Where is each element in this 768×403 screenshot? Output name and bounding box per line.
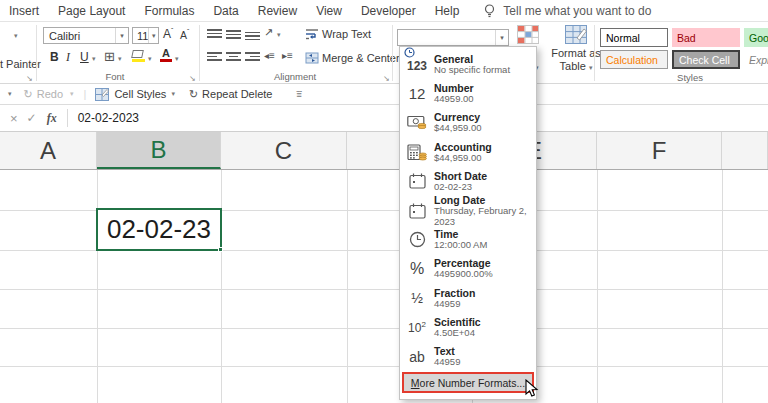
cancel-button[interactable]: × xyxy=(10,111,18,126)
italic-button[interactable]: I xyxy=(66,50,70,65)
gridline xyxy=(221,170,222,403)
undo-chevron[interactable]: ▾ xyxy=(8,90,12,98)
bold-button[interactable]: B xyxy=(50,50,59,64)
tell-me-box[interactable]: Tell me what you want to do xyxy=(484,4,651,18)
text-icon: ab xyxy=(400,349,434,365)
format-as-table-icon[interactable] xyxy=(565,25,587,44)
paste-dropdown-chevron[interactable]: ▾ xyxy=(14,32,18,40)
orientation-chevron[interactable]: ▾ xyxy=(277,31,281,39)
dropdown-item-fraction[interactable]: ½Fraction44959 xyxy=(400,284,536,313)
wrap-text-button[interactable]: Wrap Text xyxy=(305,28,371,40)
dropdown-item-scientific[interactable]: 102Scientific4.50E+04 xyxy=(400,313,536,342)
dropdown-item-sample: Thursday, February 2, 2023 xyxy=(434,206,536,228)
repeat-delete-button[interactable]: Repeat Delete xyxy=(202,88,272,100)
clipboard-dialog-launcher-icon[interactable]: ↘ xyxy=(26,74,33,83)
selected-cell[interactable]: 02-02-23 xyxy=(96,208,222,251)
alignment-group-label: Alignment xyxy=(260,71,330,82)
style-chip-check-cell[interactable]: Check Cell xyxy=(672,50,740,69)
dropdown-item-number[interactable]: 12Number44959.00 xyxy=(400,79,536,108)
fill-handle[interactable] xyxy=(218,247,223,252)
font-dialog-launcher-icon[interactable]: ↘ xyxy=(189,74,196,83)
style-chip-normal[interactable]: Normal xyxy=(600,28,668,47)
formula-bar-value[interactable]: 02-02-2023 xyxy=(78,111,139,125)
dropdown-item-short-date[interactable]: Short Date02-02-23 xyxy=(400,167,536,196)
dropdown-item-currency[interactable]: Currency$44,959.00 xyxy=(400,108,536,137)
font-name-combo[interactable]: Calibri ▾ xyxy=(43,27,129,44)
shrink-font-button[interactable]: Aˇ xyxy=(180,28,189,41)
orientation-button[interactable]: ↗ xyxy=(264,26,273,39)
scientific-icon: 102 xyxy=(400,320,434,335)
dropdown-item-sample: 4495900.00% xyxy=(434,269,493,280)
enter-button[interactable]: ✓ xyxy=(27,111,37,125)
dropdown-item-accounting[interactable]: Accounting$44,959.00 xyxy=(400,138,536,167)
accounting-icon xyxy=(400,144,434,161)
tab-help[interactable]: Help xyxy=(435,4,460,18)
borders-button[interactable]: ⊞ xyxy=(104,49,115,64)
more-number-formats-button[interactable]: More Number Formats... xyxy=(402,372,534,393)
align-top-button[interactable] xyxy=(207,29,222,40)
tab-view[interactable]: View xyxy=(316,4,342,18)
merge-center-button[interactable]: Merge & Center ▾ xyxy=(305,52,406,64)
format-painter-button[interactable]: t Painter xyxy=(0,58,41,70)
grow-font-button[interactable]: Aˆ xyxy=(163,27,173,41)
group-separator xyxy=(594,25,595,81)
currency-icon xyxy=(400,115,434,130)
align-middle-button[interactable] xyxy=(226,29,241,40)
insert-function-button[interactable]: fx xyxy=(47,111,57,126)
style-chip-bad[interactable]: Bad xyxy=(672,28,740,47)
gridline xyxy=(0,289,768,290)
font-color-button[interactable]: A xyxy=(160,48,172,62)
dropdown-item-sample: No specific format xyxy=(434,65,510,76)
style-chip-good[interactable]: Good xyxy=(744,28,768,47)
increase-indent-button[interactable]: ▸≡ xyxy=(282,50,293,61)
number-format-combo[interactable]: ▾ xyxy=(397,29,509,46)
font-size-combo[interactable]: 11 ▾ xyxy=(132,27,159,44)
align-center-button[interactable] xyxy=(226,52,241,63)
formula-bar: × ✓ fx 02-02-2023 xyxy=(0,105,768,132)
style-chip-explanatory[interactable]: Explanatory xyxy=(744,50,768,69)
cell-styles-icon[interactable] xyxy=(95,88,109,101)
tab-page-layout[interactable]: Page Layout xyxy=(58,4,125,18)
column-header-a[interactable]: A xyxy=(0,132,97,169)
conditional-formatting-icon[interactable] xyxy=(517,25,539,44)
dropdown-item-text[interactable]: abText44959 xyxy=(400,342,536,371)
tab-review[interactable]: Review xyxy=(258,4,297,18)
tab-insert[interactable]: Insert xyxy=(9,4,39,18)
dropdown-item-sample: 4.50E+04 xyxy=(434,328,481,339)
chevron-down-icon: ▾ xyxy=(115,28,128,43)
dropdown-item-title: Fraction xyxy=(434,287,475,299)
decrease-indent-button[interactable]: ◂≡ xyxy=(264,50,275,61)
tab-data[interactable]: Data xyxy=(213,4,238,18)
dropdown-item-long-date[interactable]: Long DateThursday, February 2, 2023 xyxy=(400,196,536,225)
fill-color-chevron[interactable]: ▾ xyxy=(148,55,152,63)
cell-styles-button[interactable]: Cell Styles xyxy=(114,88,166,100)
cell-styles-chevron[interactable]: ▾ xyxy=(171,90,175,98)
wrap-text-icon xyxy=(305,28,319,40)
fill-color-button[interactable] xyxy=(132,50,145,62)
align-left-button[interactable] xyxy=(207,52,222,63)
borders-chevron[interactable]: ▾ xyxy=(118,55,122,63)
dropdown-item-percentage[interactable]: %Percentage4495900.00% xyxy=(400,254,536,283)
repeat-icon[interactable]: ↻ xyxy=(189,88,198,101)
underline-button[interactable]: U xyxy=(80,50,89,64)
column-header-c[interactable]: C xyxy=(221,132,347,169)
dropdown-item-general[interactable]: 123GeneralNo specific format xyxy=(400,50,536,79)
font-size-value: 11 xyxy=(137,30,148,42)
toolbar-overflow-icon[interactable]: ⩸ xyxy=(296,89,301,100)
tab-formulas[interactable]: Formulas xyxy=(144,4,194,18)
dropdown-item-sample: 44959 xyxy=(434,357,460,368)
redo-icon[interactable]: ↻ xyxy=(24,88,33,101)
alignment-dialog-launcher-icon[interactable]: ↘ xyxy=(383,74,390,83)
column-header-f[interactable]: F xyxy=(597,132,722,169)
font-color-chevron[interactable]: ▾ xyxy=(175,55,179,63)
align-bottom-button[interactable] xyxy=(245,29,260,40)
underline-chevron[interactable]: ▾ xyxy=(92,55,96,63)
column-header-g[interactable] xyxy=(722,132,768,169)
style-chip-calculation[interactable]: Calculation xyxy=(600,50,668,69)
worksheet-grid[interactable]: A B C E F 02-02-23 xyxy=(0,132,768,403)
align-right-button[interactable] xyxy=(245,52,260,63)
redo-button[interactable]: Redo xyxy=(37,88,63,100)
dropdown-item-time[interactable]: Time12:00:00 AM xyxy=(400,225,536,254)
tab-developer[interactable]: Developer xyxy=(361,4,416,18)
column-header-b[interactable]: B xyxy=(97,132,221,169)
